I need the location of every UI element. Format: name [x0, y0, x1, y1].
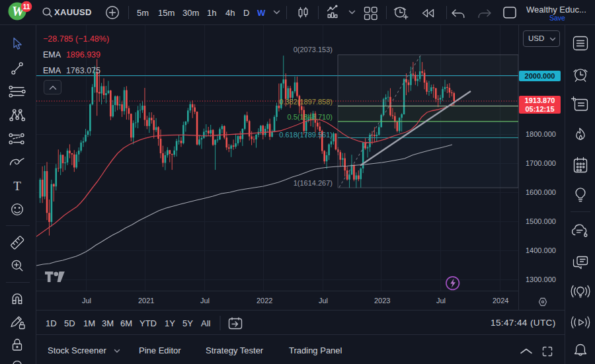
svg-text:11: 11	[23, 3, 30, 11]
svg-text:T: T	[13, 179, 21, 193]
svg-text:0.618(1789.561): 0.618(1789.561)	[279, 131, 333, 139]
svg-text:0(2073.153): 0(2073.153)	[294, 46, 333, 54]
svg-text:0.5(1843.710): 0.5(1843.710)	[288, 113, 333, 121]
svg-text:0.382(1897.858): 0.382(1897.858)	[279, 98, 333, 106]
svg-text:1(1614.267): 1(1614.267)	[294, 179, 333, 187]
